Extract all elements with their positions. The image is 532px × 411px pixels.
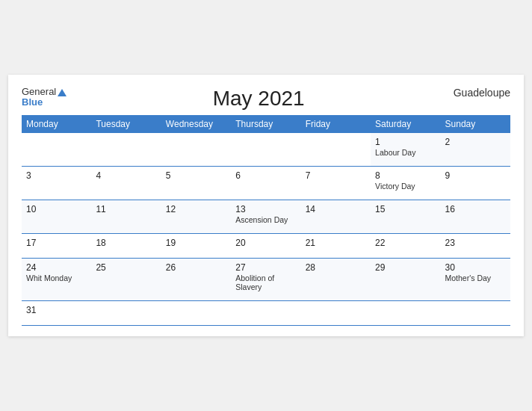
day-number: 20	[235, 238, 296, 248]
day-number: 30	[445, 262, 506, 273]
day-cell: 14	[301, 200, 371, 234]
day-cell: 25	[91, 259, 161, 301]
day-number: 1	[375, 137, 436, 147]
day-cell: 5	[161, 167, 231, 200]
day-event-label: Mother's Day	[445, 274, 506, 282]
day-number: 3	[26, 170, 87, 181]
day-number: 23	[445, 238, 506, 248]
day-cell	[371, 301, 440, 326]
day-cell: 27Abolition of Slavery	[231, 259, 300, 301]
day-cell: 19	[161, 234, 231, 259]
col-sunday: Sunday	[441, 115, 510, 133]
day-number: 12	[166, 204, 226, 214]
day-cell: 9	[441, 167, 510, 200]
day-cell: 28	[301, 259, 371, 301]
day-number: 15	[375, 204, 436, 214]
day-number: 28	[306, 262, 366, 273]
col-monday: Monday	[22, 115, 91, 133]
day-number: 18	[96, 238, 156, 248]
day-cell: 18	[91, 234, 161, 259]
day-cell: 8Victory Day	[371, 167, 440, 200]
day-cell	[91, 133, 161, 167]
day-cell: 30Mother's Day	[441, 259, 510, 301]
day-cell: 4	[91, 167, 161, 200]
calendar-title: May 2021	[66, 87, 451, 111]
day-cell: 23	[441, 234, 510, 259]
column-header-row: Monday Tuesday Wednesday Thursday Friday…	[22, 115, 510, 133]
logo: General Blue	[22, 87, 66, 108]
day-number: 10	[26, 204, 87, 214]
day-cell: 7	[301, 167, 371, 200]
day-number: 24	[26, 262, 87, 273]
day-cell: 29	[371, 259, 440, 301]
day-number: 27	[235, 262, 296, 273]
day-number: 16	[445, 204, 506, 214]
day-number: 19	[166, 238, 226, 248]
day-cell	[231, 133, 300, 167]
week-row-2: 345678Victory Day9	[22, 167, 510, 200]
week-row-5: 24Whit Monday252627Abolition of Slavery2…	[22, 259, 510, 301]
day-cell: 20	[231, 234, 300, 259]
col-friday: Friday	[301, 115, 371, 133]
day-number: 26	[166, 262, 226, 273]
day-number: 31	[26, 305, 87, 315]
day-number: 21	[306, 238, 366, 248]
day-event-label: Labour Day	[375, 148, 436, 157]
week-row-6: 31	[22, 301, 510, 326]
week-row-1: 1Labour Day2	[22, 133, 510, 167]
calendar-header: General Blue May 2021 Guadeloupe	[22, 87, 510, 111]
day-cell: 10	[22, 200, 91, 234]
day-cell	[441, 301, 510, 326]
day-cell	[91, 301, 161, 326]
day-cell: 13Ascension Day	[231, 200, 300, 234]
day-cell	[161, 301, 231, 326]
day-cell: 31	[22, 301, 91, 326]
day-number: 7	[306, 170, 366, 181]
day-number: 5	[166, 170, 226, 181]
calendar-table: Monday Tuesday Wednesday Thursday Friday…	[22, 115, 510, 326]
day-event-label: Whit Monday	[26, 274, 87, 282]
logo-general-text: General	[22, 87, 66, 97]
day-cell: 17	[22, 234, 91, 259]
day-cell	[231, 301, 300, 326]
day-cell: 16	[441, 200, 510, 234]
day-cell: 22	[371, 234, 440, 259]
day-cell: 12	[161, 200, 231, 234]
day-cell	[301, 133, 371, 167]
week-row-4: 17181920212223	[22, 234, 510, 259]
day-cell: 2	[441, 133, 510, 167]
calendar-container: General Blue May 2021 Guadeloupe Monday …	[8, 75, 524, 336]
day-number: 9	[445, 170, 506, 181]
col-wednesday: Wednesday	[161, 115, 231, 133]
day-number: 13	[235, 204, 296, 214]
day-cell	[161, 133, 231, 167]
col-tuesday: Tuesday	[91, 115, 161, 133]
day-cell: 3	[22, 167, 91, 200]
day-number: 8	[375, 170, 436, 181]
day-number: 11	[96, 204, 156, 214]
logo-triangle-icon	[58, 89, 66, 96]
day-number: 29	[375, 262, 436, 273]
day-event-label: Victory Day	[375, 182, 436, 191]
day-cell: 11	[91, 200, 161, 234]
week-row-3: 10111213Ascension Day141516	[22, 200, 510, 234]
day-number: 4	[96, 170, 156, 181]
day-cell: 6	[231, 167, 300, 200]
day-event-label: Abolition of Slavery	[235, 274, 296, 291]
day-number: 6	[235, 170, 296, 181]
day-number: 25	[96, 262, 156, 273]
day-cell: 1Labour Day	[371, 133, 440, 167]
logo-blue-text: Blue	[22, 97, 66, 108]
day-event-label: Ascension Day	[235, 215, 296, 224]
day-number: 17	[26, 238, 87, 248]
day-cell: 15	[371, 200, 440, 234]
col-saturday: Saturday	[371, 115, 440, 133]
day-cell: 26	[161, 259, 231, 301]
day-cell	[22, 133, 91, 167]
day-cell: 21	[301, 234, 371, 259]
day-cell	[301, 301, 371, 326]
day-number: 22	[375, 238, 436, 248]
day-number: 2	[445, 137, 506, 147]
region-label: Guadeloupe	[451, 87, 510, 99]
day-cell: 24Whit Monday	[22, 259, 91, 301]
